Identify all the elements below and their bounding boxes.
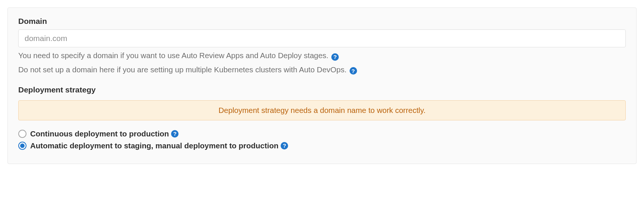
strategy-warning-alert: Deployment strategy needs a domain name … <box>18 100 626 120</box>
help-icon[interactable]: ? <box>171 130 179 138</box>
help-icon[interactable]: ? <box>350 67 357 75</box>
domain-help-2-line: Do not set up a domain here if you are s… <box>18 64 626 76</box>
domain-help-1-line: You need to specify a domain if you want… <box>18 50 626 62</box>
deployment-strategy-section: Deployment strategy Deployment strategy … <box>18 85 626 150</box>
radio-input-continuous[interactable] <box>18 130 26 138</box>
domain-input[interactable] <box>18 29 626 47</box>
settings-panel: Domain You need to specify a domain if y… <box>7 7 637 164</box>
radio-option-automatic-staging[interactable]: Automatic deployment to staging, manual … <box>18 141 626 150</box>
radio-option-continuous[interactable]: Continuous deployment to production ? <box>18 129 626 138</box>
domain-help-2-text: Do not set up a domain here if you are s… <box>18 65 347 74</box>
domain-label: Domain <box>18 17 626 26</box>
deployment-strategy-label: Deployment strategy <box>18 85 626 94</box>
radio-input-automatic-staging[interactable] <box>18 142 26 150</box>
radio-label-automatic-staging: Automatic deployment to staging, manual … <box>30 141 278 150</box>
help-icon[interactable]: ? <box>331 53 339 61</box>
domain-help-1-text: You need to specify a domain if you want… <box>18 51 328 60</box>
radio-label-continuous: Continuous deployment to production <box>30 129 169 138</box>
help-icon[interactable]: ? <box>281 142 288 149</box>
